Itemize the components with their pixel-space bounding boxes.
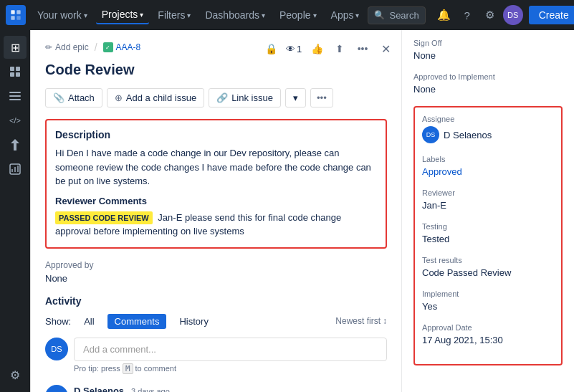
right-details-section: Assignee DS D Selaenos Labels Approved R… <box>413 106 563 365</box>
activity-filter-row: Show: All Comments History Newest first … <box>45 314 387 329</box>
implement-label: Implement <box>422 290 554 298</box>
add-child-issue-button[interactable]: ⊕ Add a child issue <box>107 88 204 107</box>
svg-rect-6 <box>10 72 14 77</box>
lock-icon[interactable]: 🔒 <box>261 39 281 59</box>
approved-to-implement-field: Approved to Implement None <box>413 72 563 95</box>
issue-actions-top: 🔒 👁 1 👍 ⬆ ••• ✕ <box>261 39 396 59</box>
nav-your-work[interactable]: Your work ▾ <box>32 6 93 24</box>
svg-rect-9 <box>9 95 21 97</box>
reviewer-label: Reviewer <box>422 188 554 197</box>
close-button[interactable]: ✕ <box>376 39 396 59</box>
activity-title: Activity <box>45 295 387 307</box>
key-hint: M <box>123 363 133 374</box>
sidebar-item-list[interactable] <box>4 85 27 107</box>
description-section: Description Hi Den I have made a code ch… <box>45 119 387 249</box>
svg-rect-3 <box>16 16 20 19</box>
filter-comments-button[interactable]: Comments <box>107 314 167 329</box>
labels-label: Labels <box>422 155 554 163</box>
filter-history-button[interactable]: History <box>172 314 215 329</box>
help-button[interactable]: ? <box>457 5 477 25</box>
assignee-field: Assignee DS D Selaenos <box>422 115 554 143</box>
testing-field: Testing Tested <box>422 222 554 244</box>
notifications-button[interactable]: 🔔 <box>434 5 454 25</box>
svg-rect-4 <box>10 67 14 71</box>
topnav-actions: 🔔 ? ⚙ DS <box>434 5 523 25</box>
newest-first-button[interactable]: Newest first ↕ <box>335 316 387 326</box>
issue-title: Code Review <box>45 62 387 78</box>
eye-icon: 👁 <box>286 44 295 54</box>
child-icon: ⊕ <box>115 92 123 103</box>
approved-to-implement-value: None <box>413 84 563 95</box>
issue-panel: ✏ Add epic / ✓ AAA-8 🔒 👁 1 👍 ⬆ ••• <box>30 30 574 392</box>
share-button[interactable]: ⬆ <box>330 39 350 59</box>
issue-right-panel: Sign Off None Approved to Implement None… <box>402 30 574 392</box>
sidebar-item-reports[interactable] <box>4 158 27 181</box>
toolbar-more-button[interactable]: ••• <box>310 88 333 107</box>
svg-rect-5 <box>16 67 20 71</box>
labels-value[interactable]: Approved <box>422 166 554 177</box>
testing-label: Testing <box>422 222 554 231</box>
svg-rect-8 <box>9 92 21 93</box>
nav-people[interactable]: People ▾ <box>274 6 322 24</box>
passed-badge: PASSED CODE REVIEW <box>55 211 153 225</box>
sidebar-item-settings[interactable]: ⚙ <box>4 363 27 386</box>
comment-content: D Selaenos 3 days ago Thanks Dan now the… <box>74 385 387 393</box>
reviewer-comment-text: PASSED CODE REVIEW Jan-E please send thi… <box>55 211 377 239</box>
reviewer-field: Reviewer Jan-E <box>422 188 554 211</box>
test-results-value: Code Passed Review <box>422 267 554 278</box>
link-icon: 🔗 <box>216 92 228 103</box>
sidebar-item-releases[interactable] <box>4 133 27 156</box>
create-button[interactable]: Create <box>529 6 574 24</box>
svg-rect-10 <box>9 99 21 100</box>
link-issue-button[interactable]: 🔗 Link issue <box>209 88 281 107</box>
description-title: Description <box>55 129 377 140</box>
description-text: Hi Den I have made a code change in our … <box>55 146 377 188</box>
assignee-avatar: DS <box>422 126 439 143</box>
more-options-button[interactable]: ••• <box>353 39 373 59</box>
left-sidebar: ⊞ </> ⚙ <box>0 30 30 392</box>
search-bar[interactable]: 🔍 Search <box>368 6 425 24</box>
issue-toolbar: 📎 Attach ⊕ Add a child issue 🔗 Link issu… <box>45 88 387 107</box>
filter-all-button[interactable]: All <box>77 314 101 329</box>
chevron-down-icon: ▾ <box>355 11 359 19</box>
implement-field: Implement Yes <box>422 290 554 312</box>
reviewer-value: Jan-E <box>422 200 554 211</box>
show-label: Show: <box>45 316 71 327</box>
search-icon: 🔍 <box>374 10 385 20</box>
approval-date-value: 17 Aug 2021, 15:30 <box>422 335 554 345</box>
add-epic-button[interactable]: ✏ Add epic <box>45 42 89 52</box>
nav-dashboards[interactable]: Dashboards ▾ <box>199 6 271 24</box>
chevron-down-icon: ▾ <box>84 11 87 19</box>
comment-input[interactable]: Add a comment... <box>74 338 387 361</box>
nav-apps[interactable]: Apps ▾ <box>325 6 365 24</box>
chevron-down-icon: ▾ <box>262 11 265 19</box>
watch-button[interactable]: 👁 1 <box>284 39 304 59</box>
settings-button[interactable]: ⚙ <box>480 5 500 25</box>
svg-rect-2 <box>11 16 14 19</box>
sidebar-item-home[interactable]: ⊞ <box>4 36 27 59</box>
test-results-label: Test results <box>422 256 554 264</box>
comment-input-row: DS Add a comment... Pro tip: press M to … <box>45 338 387 373</box>
separator: / <box>95 42 97 53</box>
pro-tip-text: Pro tip: press M to comment <box>74 364 387 373</box>
attach-button[interactable]: 📎 Attach <box>45 88 102 107</box>
comment-author: D Selaenos <box>74 386 124 393</box>
approval-date-field: Approval Date 17 Aug 2021, 15:30 <box>422 323 554 345</box>
user-avatar[interactable]: DS <box>503 5 523 25</box>
test-results-field: Test results Code Passed Review <box>422 256 554 278</box>
approval-date-label: Approval Date <box>422 323 554 332</box>
nav-filters[interactable]: Filters ▾ <box>152 6 196 24</box>
sidebar-item-code[interactable]: </> <box>4 109 27 132</box>
current-user-avatar: DS <box>45 338 68 360</box>
assignee-value: D Selaenos <box>444 130 492 140</box>
toolbar-dropdown-button[interactable]: ▾ <box>285 88 306 107</box>
implement-value: Yes <box>422 301 554 312</box>
nav-projects[interactable]: Projects ▾ <box>96 6 150 24</box>
labels-field: Labels Approved <box>422 155 554 177</box>
app-logo[interactable] <box>6 5 26 25</box>
comment-time: 3 days ago <box>131 387 170 393</box>
sidebar-item-board[interactable] <box>4 60 27 83</box>
issue-key[interactable]: ✓ AAA-8 <box>103 42 141 52</box>
like-button[interactable]: 👍 <box>307 39 327 59</box>
sort-icon: ↕ <box>383 316 387 326</box>
